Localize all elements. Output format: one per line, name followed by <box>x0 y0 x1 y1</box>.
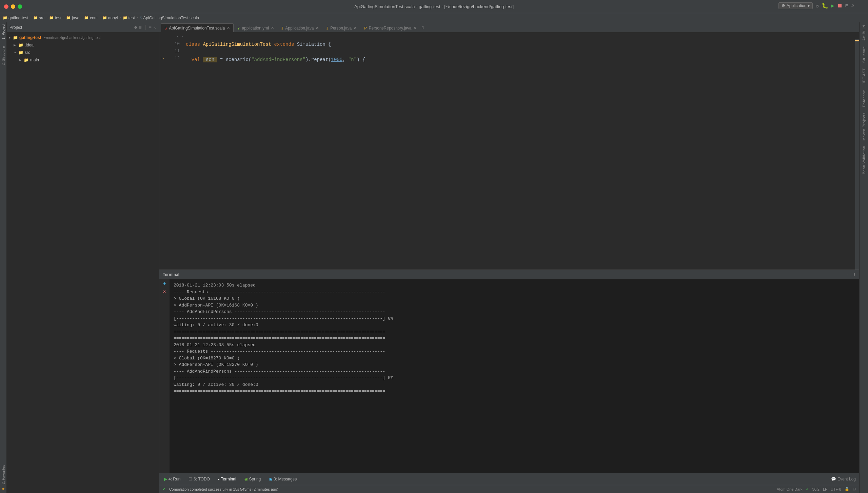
tab-close-icon[interactable]: ✕ <box>413 26 416 30</box>
tree-item-src[interactable]: ▼ 📁 src <box>7 49 159 56</box>
tab-yml-file[interactable]: Y application.yml ✕ <box>234 23 278 32</box>
todo-tab-icon: ☐ <box>189 477 192 481</box>
terminal-timestamp-1: 2018-01-21 12:23:03 50s elapsed <box>174 282 855 289</box>
terminal-sidebar: + ✕ <box>159 279 170 473</box>
chevron-left-icon[interactable]: ◁ <box>154 25 156 30</box>
right-panel-tabs: Art Build Structure JDT AST Database Mav… <box>859 22 868 493</box>
breadcrumb-item[interactable]: 📁 gatling-test <box>3 16 28 20</box>
folder-icon: 📁 <box>66 16 71 20</box>
success-icon: ✔ <box>163 487 165 491</box>
close-terminal-icon[interactable]: ✕ <box>163 288 166 295</box>
breadcrumb-item[interactable]: 📁 src <box>33 16 44 20</box>
project-icon[interactable]: 1: Project <box>0 24 7 39</box>
gutter-arrow: ▷ <box>159 55 166 62</box>
code-content[interactable]: class ApiGatlingSimulationTest extends S… <box>183 39 855 270</box>
terminal-addperson-2: > AddPerson-API (OK=18270 KO=0 ) <box>174 361 855 368</box>
right-tab-bean-validation[interactable]: Bean Validation <box>861 143 867 177</box>
breadcrumb-item[interactable]: 📁 test <box>123 16 135 20</box>
messages-tab[interactable]: ◉ 0: Messages <box>268 476 298 482</box>
event-log-icon: 💬 <box>831 477 836 481</box>
tab-close-icon[interactable]: ✕ <box>227 26 230 30</box>
terminal-global-2: > Global (OK=18270 KO=0 ) <box>174 355 855 362</box>
tab-application-java[interactable]: J Application.java ✕ <box>278 23 323 32</box>
tab-close-icon[interactable]: ✕ <box>354 26 357 30</box>
breadcrumb-item[interactable]: 📁 anoyi <box>102 16 118 20</box>
code-line-11 <box>186 48 852 56</box>
run-icon[interactable]: ▶ <box>831 2 834 9</box>
line-number: 12 <box>166 55 180 62</box>
overflow-tab-count[interactable]: 4 <box>421 25 424 30</box>
terminal-separator-1: ========================================… <box>174 329 855 335</box>
tab-label: ApiGatlingSimulationTest.scala <box>169 26 225 31</box>
terminal-expand-icon[interactable]: ⬆ <box>853 272 856 277</box>
tree-item-idea[interactable]: ▶ 📁 .idea <box>7 41 159 49</box>
tree-item-main[interactable]: ▶ 📁 main <box>7 56 159 64</box>
terminal-menu-icon[interactable]: ⋮ <box>846 272 850 277</box>
tab-scala-file[interactable]: S ApiGatlingSimulationTest.scala ✕ <box>161 23 234 32</box>
favorites-icon[interactable]: 2: Favorites <box>0 465 7 484</box>
code-editor[interactable]: ... ▷ 10 11 12 class ApiGatlingSimul <box>159 33 859 270</box>
arrow-icon: ▷ <box>162 56 164 60</box>
structure-icon[interactable]: 2: Structure <box>0 46 7 65</box>
tab-person-java[interactable]: J Person.java ✕ <box>322 23 360 32</box>
breadcrumb-separator: › <box>136 16 138 20</box>
terminal-timestamp-2: 2018-01-21 12:23:08 55s elapsed <box>174 342 855 349</box>
status-text: Compilation completed successfully in 15… <box>169 487 773 491</box>
right-tab-maven[interactable]: Maven Projects <box>861 110 867 143</box>
maximize-button[interactable] <box>18 4 22 9</box>
breadcrumb-label: ApiGatlingSimulationTest.scala <box>143 16 199 20</box>
app-icon: ⚙ <box>782 3 785 8</box>
breadcrumb-label: com <box>90 16 98 20</box>
right-tab-jdt-ast[interactable]: JDT AST <box>861 65 867 87</box>
breadcrumb-label: gatling-test <box>8 16 28 20</box>
title-bar: ApiGatlingSimulationTest.scala - gatling… <box>0 0 868 13</box>
layout-icon[interactable]: ⊞ <box>139 25 142 30</box>
event-log-button[interactable]: 💬 Event Log <box>831 477 856 481</box>
terminal-content[interactable]: 2018-01-21 12:23:03 50s elapsed ---- Req… <box>170 279 859 473</box>
bug-icon[interactable]: 🐛 <box>822 2 828 9</box>
terminal-tab[interactable]: ▪ Terminal <box>217 476 238 482</box>
refresh-icon[interactable]: ↺ <box>815 2 819 9</box>
folder-icon: 📁 <box>49 16 54 20</box>
breadcrumb-item[interactable]: S ApiGatlingSimulationTest.scala <box>140 16 199 20</box>
terminal-scenario-header-2: ---- AddAndFindPersons -----------------… <box>174 368 855 375</box>
breadcrumb-separator: › <box>63 16 65 20</box>
settings-icon[interactable]: ⚙ <box>134 25 137 30</box>
right-tab-art-build[interactable]: Art Build <box>861 22 867 43</box>
todo-tab-label: 6: TODO <box>194 477 210 481</box>
application-button[interactable]: ⚙ Application ▾ <box>778 2 813 9</box>
spring-tab[interactable]: ◉ Spring <box>243 476 262 482</box>
right-tab-structure[interactable]: Structure <box>861 43 867 65</box>
close-button[interactable] <box>4 4 8 9</box>
stop-icon[interactable]: ⏹ <box>837 3 843 9</box>
collapse-icon[interactable]: ≡ <box>149 25 152 30</box>
breadcrumb: 📁 gatling-test › 📁 src › 📁 test › 📁 java… <box>0 13 868 22</box>
grid-icon[interactable]: ⊞ <box>845 2 849 9</box>
tab-close-icon[interactable]: ✕ <box>316 26 319 30</box>
todo-tab[interactable]: ☐ 6: TODO <box>187 476 211 482</box>
right-tab-database[interactable]: Database <box>861 87 867 110</box>
breadcrumb-item[interactable]: 📁 com <box>84 16 98 20</box>
breadcrumb-item[interactable]: 📁 java <box>66 16 79 20</box>
tree-item-label: .idea <box>25 43 34 47</box>
run-tab[interactable]: ▶ 4: Run <box>163 476 182 482</box>
add-terminal-icon[interactable]: + <box>163 281 166 287</box>
spring-tab-label: Spring <box>249 477 261 481</box>
run-tab-icon: ▶ <box>164 477 167 481</box>
minimize-button[interactable] <box>11 4 15 9</box>
breadcrumb-separator: › <box>30 16 32 20</box>
terminal-global-1: > Global (OK=16168 KO=0 ) <box>174 295 855 302</box>
search-icon[interactable]: ⌕ <box>851 2 854 9</box>
chevron-down-icon: ▾ <box>808 3 810 8</box>
terminal-addperson-1: > AddPerson-API (OK=16168 KO=0 ) <box>174 302 855 309</box>
terminal-tab-label: Terminal <box>221 477 236 481</box>
right-scroll-gutter <box>855 39 859 270</box>
breadcrumb-label: test <box>55 16 61 20</box>
tree-root-item[interactable]: ▼ 📁 gatling-test ~/code/tezign/backend/g… <box>7 34 159 41</box>
java-icon: J <box>326 26 328 30</box>
star-icon: ★ <box>0 485 7 492</box>
tab-label: application.yml <box>242 26 269 31</box>
tab-close-icon[interactable]: ✕ <box>271 26 274 30</box>
breadcrumb-item[interactable]: 📁 test <box>49 16 61 20</box>
tab-personsrepo-java[interactable]: P PersonsRepository.java ✕ <box>360 23 420 32</box>
